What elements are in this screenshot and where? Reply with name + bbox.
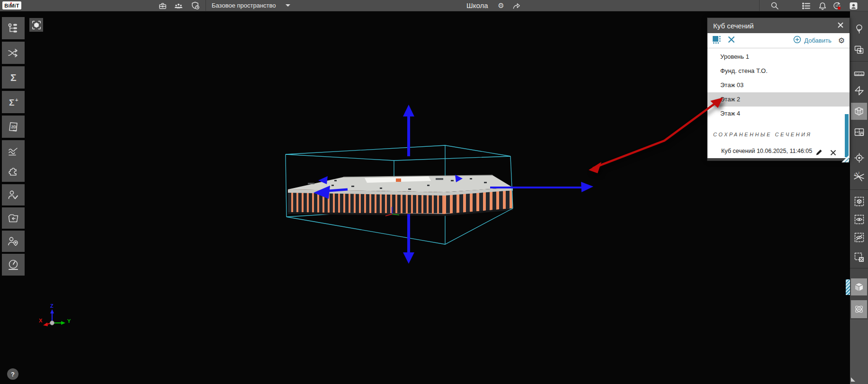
add-section-button[interactable]: Добавить	[804, 37, 831, 44]
sidebar-item-model-tree[interactable]	[2, 17, 25, 39]
section-cube-mode-icon[interactable]	[712, 36, 721, 46]
level-row-1[interactable]: Фунд. стена Т.О.	[707, 64, 850, 78]
saved-section-row[interactable]: Куб сечений 10.06.2025, 11:46:05	[707, 145, 850, 157]
share-icon[interactable]	[511, 1, 521, 10]
workspace-selector-label[interactable]: Базовое пространство	[212, 0, 276, 11]
arrow-down-shaft[interactable]	[407, 214, 410, 254]
right-toolbar: 12	[850, 11, 868, 384]
panel-body: Уровень 1 Фунд. стена Т.О. Этаж 03 Этаж …	[707, 48, 850, 158]
panel-toolbar: Добавить ⚙	[707, 33, 850, 48]
svg-text:1: 1	[854, 173, 856, 176]
briefcase-icon[interactable]	[158, 1, 167, 10]
toolbar-item-floor-plan[interactable]	[851, 125, 867, 140]
edit-pencil-icon[interactable]	[815, 147, 823, 155]
toolbar-divider	[850, 268, 868, 268]
chevron-down-icon[interactable]	[283, 0, 293, 10]
sidebar-item-connections[interactable]	[2, 42, 25, 64]
svg-text:Σ: Σ	[10, 72, 17, 83]
arrow-right-shaft[interactable]	[490, 187, 582, 188]
topbar-divider	[206, 0, 206, 11]
section-clear-icon[interactable]	[728, 36, 735, 45]
svg-text:2: 2	[858, 171, 859, 174]
history-icon[interactable]: 10	[832, 1, 841, 10]
toolbar-item-locate[interactable]	[851, 150, 867, 165]
right-toolbar-tray	[850, 320, 868, 384]
logo-red-dot	[10, 2, 12, 4]
toolbar-divider	[850, 189, 868, 190]
axis-indicator: X Y Z	[39, 303, 71, 326]
team-icon[interactable]	[174, 1, 183, 10]
toolbar-item-clash[interactable]	[851, 83, 867, 98]
toolbar-item-clear-section[interactable]	[851, 250, 867, 265]
panel-close-button[interactable]	[837, 22, 845, 29]
toolbar-divider	[850, 61, 868, 62]
svg-text:2D: 2D	[11, 125, 17, 129]
toolbar-item-select-similar[interactable]	[851, 42, 867, 57]
top-bar: BiMiT Базовое пространство Школа ⚙	[0, 0, 868, 11]
axis-y-label: Y	[67, 318, 71, 324]
panel-scrollbar[interactable]	[845, 114, 849, 157]
saved-sections-header: СОХРАНЕННЫЕ СЕЧЕНИЯ	[713, 132, 812, 137]
history-badge-count: 10	[835, 4, 838, 7]
shield-clock-icon[interactable]	[191, 1, 200, 10]
tray-resize-grip[interactable]	[851, 377, 855, 382]
panel-header[interactable]: Куб сечений	[707, 18, 850, 33]
toolbar-item-show[interactable]	[851, 212, 867, 227]
app-logo[interactable]: BiMiT	[2, 1, 21, 9]
sidebar-item-sum[interactable]: Σ	[2, 66, 25, 89]
canvas-scrollbar-fragment[interactable]	[846, 279, 850, 295]
arrow-up-head[interactable]	[403, 105, 414, 116]
sidebar-item-plugins[interactable]	[2, 161, 25, 182]
svg-text:+: +	[15, 97, 18, 103]
bell-icon[interactable]	[818, 1, 827, 10]
axis-x-label: X	[39, 318, 43, 323]
panel-settings-gear-icon[interactable]: ⚙	[838, 37, 845, 45]
bim-application: X Y Z BiMiT Базовое пространство	[0, 0, 868, 384]
axis-z-label: Z	[50, 303, 54, 309]
plus-circle-icon[interactable]	[793, 36, 801, 45]
settings-gear-icon[interactable]: ⚙	[496, 1, 506, 10]
level-row-3-selected[interactable]: Этаж 2	[707, 92, 850, 107]
sidebar-item-sum-add[interactable]: Σ+	[2, 91, 25, 113]
help-label: ?	[11, 371, 15, 378]
toolbar-item-solid-view[interactable]	[851, 278, 867, 295]
toolbar-item-section-cube[interactable]	[851, 103, 867, 120]
project-title: Школа	[466, 0, 488, 11]
search-icon[interactable]	[770, 1, 779, 10]
notification-dot	[838, 6, 841, 9]
sidebar-item-import-folder[interactable]	[2, 207, 25, 229]
svg-text:Σ: Σ	[9, 98, 14, 107]
sidebar-item-dashboard-gauge[interactable]	[2, 254, 25, 276]
user-icon[interactable]	[849, 1, 858, 10]
sidebar-item-user-check[interactable]	[2, 184, 25, 205]
toolbar-item-hide[interactable]	[851, 230, 867, 245]
sidebar-item-user-location[interactable]	[2, 231, 25, 252]
sidebar-item-charts[interactable]	[2, 140, 25, 162]
toolbar-item-isolate-box[interactable]	[851, 194, 867, 209]
toolbar-item-environment[interactable]	[851, 21, 867, 36]
delete-x-icon[interactable]	[830, 147, 838, 155]
help-button[interactable]: ?	[7, 368, 18, 380]
saved-section-name: Куб сечений 10.06.2025, 11:46:05	[721, 145, 812, 157]
sidebar-item-2d-view[interactable]: 2D	[2, 116, 25, 138]
topbar-divider-right	[759, 0, 760, 11]
fit-to-object-button[interactable]	[29, 18, 43, 32]
list-icon[interactable]	[801, 1, 811, 10]
level-row-2[interactable]: Этаж 03	[707, 78, 850, 92]
arrow-down-head[interactable]	[403, 252, 414, 264]
section-cube-panel: Куб сечений Добавить ⚙ Уровень 1 Фунд.	[707, 18, 850, 161]
app-logo-text: BiMiT	[4, 3, 19, 9]
level-row-4[interactable]: Этаж 4	[707, 107, 850, 121]
toolbar-item-orbit[interactable]	[851, 300, 867, 318]
toolbar-item-measure[interactable]	[851, 66, 867, 81]
toolbar-item-axes[interactable]: 12	[851, 169, 867, 184]
arrow-right-head[interactable]	[581, 182, 593, 192]
panel-title: Куб сечений	[713, 22, 754, 30]
arrow-up-shaft[interactable]	[407, 114, 410, 156]
level-row-0[interactable]: Уровень 1	[707, 50, 850, 64]
